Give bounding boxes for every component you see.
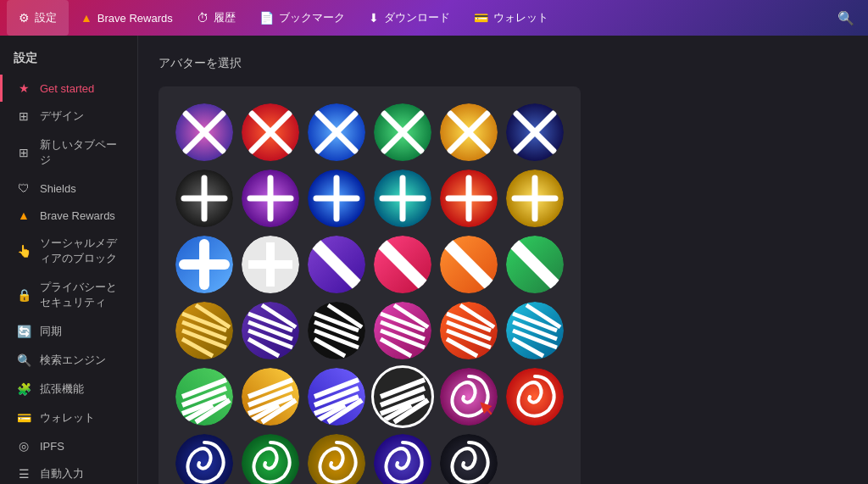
sidebar-item-label-social-media: ソーシャルメディアのブロック: [40, 236, 124, 266]
avatar-11[interactable]: [440, 170, 498, 227]
avatar-12[interactable]: [506, 170, 564, 227]
sidebar-item-extensions[interactable]: 🧩 拡張機能: [0, 375, 137, 403]
nav-bookmarks-label: ブックマーク: [279, 10, 345, 25]
avatar-32[interactable]: [242, 434, 299, 484]
top-navigation: ⚙ 設定 ▲ Brave Rewards ⏱ 履歴 📄 ブックマーク ⬇ ダウン…: [0, 0, 868, 36]
avatar-9[interactable]: [308, 170, 365, 227]
sidebar-item-label-new-tab: 新しいタブページ: [40, 137, 124, 168]
avatar-13[interactable]: [175, 236, 233, 293]
wallet-sidebar-icon: 💳: [16, 411, 31, 425]
search-engine-icon: 🔍: [16, 353, 31, 367]
sidebar-item-label-shields: Shields: [40, 182, 76, 195]
sidebar-item-sync[interactable]: 🔄 同期: [0, 317, 137, 346]
downloads-icon: ⬇: [369, 11, 379, 25]
avatar-18[interactable]: [506, 236, 564, 293]
brave-rewards-nav-icon: ▲: [16, 209, 31, 222]
history-icon: ⏱: [197, 11, 209, 25]
avatar-3[interactable]: [308, 103, 365, 161]
sidebar: 設定 ★ Get started ⊞ デザイン ⊞ 新しいタブページ 🛡 Shi…: [0, 36, 138, 484]
sidebar-item-ipfs[interactable]: ◎ IPFS: [0, 432, 137, 459]
avatar-23[interactable]: [440, 302, 498, 359]
design-icon: ⊞: [16, 109, 31, 123]
sidebar-item-label-privacy: プライバシーとセキュリティ: [40, 280, 124, 310]
nav-history[interactable]: ⏱ 履歴: [185, 0, 248, 36]
nav-brave-rewards-label: Brave Rewards: [97, 12, 173, 25]
nav-settings[interactable]: ⚙ 設定: [7, 0, 69, 36]
nav-history-label: 履歴: [214, 10, 236, 25]
nav-wallet[interactable]: 💳 ウォレット: [462, 0, 560, 36]
sidebar-item-shields[interactable]: 🛡 Shields: [0, 175, 137, 202]
avatar-20[interactable]: [242, 302, 299, 359]
extensions-icon: 🧩: [16, 382, 31, 396]
sidebar-item-label-design: デザイン: [40, 108, 84, 124]
sidebar-item-label-extensions: 拡張機能: [40, 381, 84, 397]
nav-settings-label: 設定: [35, 10, 57, 25]
ipfs-icon: ◎: [16, 439, 31, 453]
sidebar-title: 設定: [0, 51, 137, 75]
avatar-10[interactable]: [374, 170, 431, 227]
avatar-5[interactable]: [440, 103, 498, 161]
sidebar-item-label-wallet: ウォレット: [40, 410, 95, 426]
avatar-grid: [159, 86, 581, 484]
shields-icon: 🛡: [16, 181, 31, 195]
avatar-34[interactable]: [374, 434, 431, 484]
sidebar-item-new-tab[interactable]: ⊞ 新しいタブページ: [0, 131, 137, 175]
wallet-icon: 💳: [474, 11, 488, 25]
avatar-31[interactable]: [175, 434, 233, 484]
sidebar-item-label-search-engine: 検索エンジン: [40, 353, 106, 368]
avatar-27[interactable]: [308, 368, 365, 426]
social-media-icon: 👆: [16, 244, 31, 258]
sidebar-item-label-autofill: 自動入力: [40, 466, 84, 481]
avatar-15[interactable]: [308, 236, 365, 293]
avatar-28[interactable]: [374, 368, 431, 426]
bookmarks-icon: 📄: [259, 11, 274, 25]
avatar-24[interactable]: [506, 302, 564, 359]
sidebar-item-label-brave-rewards: Brave Rewards: [40, 209, 115, 222]
main-layout: 設定 ★ Get started ⊞ デザイン ⊞ 新しいタブページ 🛡 Shi…: [0, 36, 868, 484]
sidebar-item-label-ipfs: IPFS: [40, 440, 64, 453]
sync-icon: 🔄: [16, 325, 31, 338]
avatar-1[interactable]: [175, 103, 233, 161]
avatar-2[interactable]: [242, 103, 299, 161]
avatar-21[interactable]: [308, 302, 365, 359]
avatar-section-title: アバターを選択: [159, 56, 848, 71]
avatar-6[interactable]: [506, 103, 564, 161]
sidebar-item-privacy-security[interactable]: 🔒 プライバシーとセキュリティ: [0, 273, 137, 317]
sidebar-item-label-get-started: Get started: [40, 82, 94, 95]
avatar-35[interactable]: [440, 434, 498, 484]
avatar-17[interactable]: [440, 236, 498, 293]
settings-icon: ⚙: [19, 11, 30, 25]
avatar-14[interactable]: [242, 236, 299, 293]
new-tab-icon: ⊞: [16, 146, 31, 159]
avatar-16[interactable]: [374, 236, 431, 293]
nav-wallet-label: ウォレット: [493, 10, 548, 25]
avatar-7[interactable]: [175, 170, 233, 227]
nav-bookmarks[interactable]: 📄 ブックマーク: [248, 0, 357, 36]
sidebar-item-label-sync: 同期: [40, 324, 62, 339]
avatar-22[interactable]: [374, 302, 431, 359]
nav-brave-rewards[interactable]: ▲ Brave Rewards: [69, 0, 185, 36]
avatar-26[interactable]: [242, 368, 299, 426]
avatar-30[interactable]: [506, 368, 564, 426]
get-started-icon: ★: [16, 81, 31, 95]
sidebar-item-design[interactable]: ⊞ デザイン: [0, 102, 137, 131]
sidebar-item-wallet[interactable]: 💳 ウォレット: [0, 403, 137, 432]
sidebar-item-social-media[interactable]: 👆 ソーシャルメディアのブロック: [0, 229, 137, 273]
sidebar-item-search-engine[interactable]: 🔍 検索エンジン: [0, 346, 137, 375]
search-button[interactable]: 🔍: [831, 3, 861, 33]
sidebar-item-autofill[interactable]: ☰ 自動入力: [0, 459, 137, 484]
brave-rewards-icon: ▲: [81, 11, 92, 25]
avatar-33[interactable]: [308, 434, 365, 484]
main-content: アバターを選択: [138, 36, 868, 484]
avatar-29[interactable]: [440, 368, 498, 426]
nav-downloads-label: ダウンロード: [384, 10, 450, 25]
avatar-19[interactable]: [175, 302, 233, 359]
nav-downloads[interactable]: ⬇ ダウンロード: [357, 0, 462, 36]
privacy-icon: 🔒: [16, 288, 31, 302]
avatar-4[interactable]: [374, 103, 431, 161]
avatar-8[interactable]: [242, 170, 299, 227]
autofill-icon: ☰: [16, 467, 31, 481]
avatar-25[interactable]: [175, 368, 233, 426]
sidebar-item-brave-rewards[interactable]: ▲ Brave Rewards: [0, 202, 137, 229]
sidebar-item-get-started[interactable]: ★ Get started: [0, 75, 137, 102]
